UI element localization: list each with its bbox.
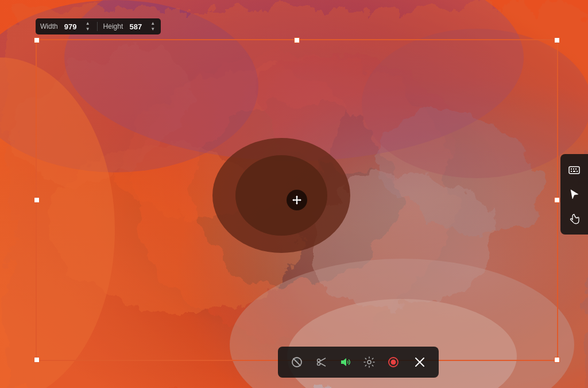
record-button[interactable] [382, 351, 404, 373]
dim-separator [97, 22, 98, 31]
svg-point-34 [318, 359, 320, 362]
svg-rect-27 [573, 168, 574, 170]
svg-point-35 [318, 363, 320, 366]
gesture-button[interactable] [564, 208, 585, 229]
right-sidebar [560, 154, 588, 235]
width-value: 979 [61, 22, 80, 31]
svg-point-41 [391, 360, 396, 365]
svg-line-37 [320, 363, 326, 367]
bottom-toolbar [278, 347, 439, 378]
dimension-toolbar: Width 979 ▲ ▼ Height 587 ▲ ▼ [36, 18, 161, 34]
svg-marker-38 [341, 358, 346, 366]
svg-rect-22 [0, 0, 588, 388]
svg-rect-28 [575, 168, 577, 170]
height-label: Height [103, 22, 123, 30]
speaker-button[interactable] [334, 351, 356, 373]
svg-rect-26 [571, 168, 572, 170]
width-decrement[interactable]: ▼ [84, 26, 91, 32]
block-button[interactable] [286, 351, 308, 373]
canvas-area: Width 979 ▲ ▼ Height 587 ▲ ▼ [0, 0, 588, 388]
width-label: Width [40, 22, 58, 30]
svg-line-33 [293, 359, 301, 366]
svg-point-39 [368, 360, 371, 364]
height-decrement[interactable]: ▼ [149, 26, 156, 32]
background-painting [0, 0, 588, 388]
height-spinner[interactable]: ▲ ▼ [149, 21, 156, 32]
svg-rect-30 [573, 171, 575, 172]
scissors-button[interactable] [310, 351, 332, 373]
height-value: 587 [126, 22, 145, 31]
settings-button[interactable] [358, 351, 380, 373]
svg-rect-25 [569, 167, 579, 174]
svg-rect-29 [571, 171, 572, 172]
keyboard-button[interactable] [564, 160, 585, 180]
width-increment[interactable]: ▲ [84, 21, 91, 26]
svg-rect-31 [577, 171, 578, 172]
cursor-button[interactable] [564, 184, 585, 205]
width-spinner[interactable]: ▲ ▼ [84, 21, 91, 32]
svg-line-36 [320, 358, 326, 362]
height-increment[interactable]: ▲ [149, 21, 156, 26]
close-button[interactable] [409, 351, 431, 373]
